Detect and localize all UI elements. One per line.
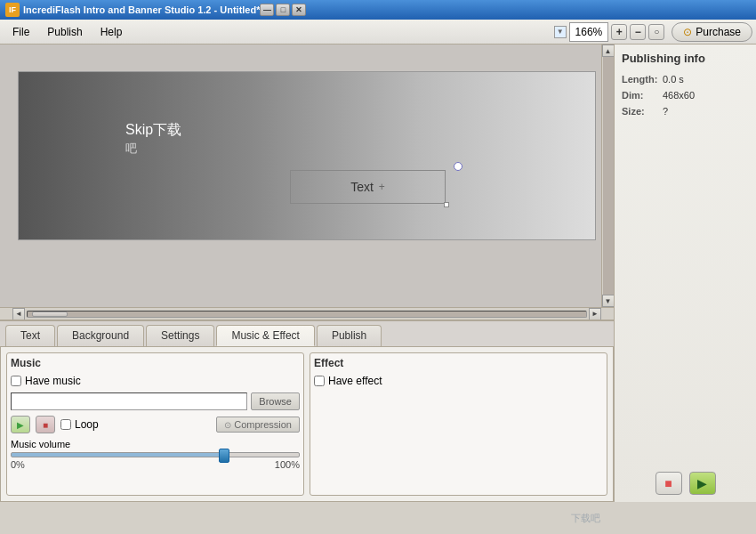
zoom-down-button[interactable]: − — [630, 24, 646, 40]
resize-handle[interactable] — [444, 202, 449, 207]
canvas-scroll: Skip下载 吧 Text + — [0, 44, 601, 307]
purchase-button[interactable]: ⊙ Purchase — [672, 22, 752, 42]
volume-slider-row[interactable] — [11, 452, 300, 457]
compression-button[interactable]: ⊙ Compression — [216, 417, 300, 433]
h-scroll-thumb[interactable] — [32, 312, 68, 317]
canvas-with-scrollbar: Skip下载 吧 Text + ▲ ▼ — [0, 44, 614, 307]
rotate-handle[interactable] — [454, 162, 462, 171]
stop-music-button[interactable]: ■ — [36, 416, 55, 433]
have-effect-row: Have effect — [314, 375, 603, 387]
preview-stop-button[interactable]: ■ — [655, 472, 682, 495]
menu-file[interactable]: File — [4, 22, 38, 42]
tab-background[interactable]: Background — [57, 325, 144, 346]
text-box-label: Text — [350, 180, 374, 194]
horizontal-scrollbar: ◄ ► — [0, 307, 614, 320]
volume-min-label: 0% — [11, 459, 25, 470]
app-icon: IF — [5, 3, 20, 17]
skip-text: Skip下载 吧 — [125, 121, 181, 157]
window-controls: — □ ✕ — [260, 4, 306, 16]
h-scroll-track[interactable] — [27, 311, 587, 318]
zoom-reset-button[interactable]: ○ — [648, 24, 664, 40]
play-icon: ▶ — [697, 476, 707, 490]
volume-label: Music volume — [11, 439, 300, 449]
loop-row: Loop — [60, 418, 99, 431]
zoom-up-button[interactable]: + — [611, 24, 627, 40]
title-bar: IF IncrediFlash Intro and Banner Studio … — [0, 0, 756, 20]
menu-help[interactable]: Help — [92, 22, 132, 42]
canvas-text-box[interactable]: Text + — [290, 170, 446, 204]
tab-text[interactable]: Text — [5, 325, 55, 346]
length-row: Length: 0.0 s — [622, 74, 749, 85]
dim-row: Dim: 468x60 — [622, 90, 749, 101]
loop-label: Loop — [75, 418, 99, 431]
right-panel: Publishing info Length: 0.0 s Dim: 468x6… — [614, 44, 756, 502]
tab-publish[interactable]: Publish — [317, 325, 382, 346]
dim-label: Dim: — [622, 90, 659, 101]
publishing-info-title: Publishing info — [622, 52, 749, 65]
have-music-checkbox[interactable] — [11, 376, 21, 386]
stop-icon: ■ — [664, 476, 672, 490]
tab-content: Music Have music Browse ▶ ■ — [0, 346, 614, 502]
scroll-left-button[interactable]: ◄ — [12, 308, 25, 320]
minimize-button[interactable]: — — [260, 4, 274, 16]
purchase-label: Purchase — [696, 26, 741, 38]
watermark: 下载吧 — [571, 512, 600, 525]
music-panel: Music Have music Browse ▶ ■ — [6, 352, 304, 496]
effect-panel: Effect Have effect — [310, 352, 607, 496]
maximize-button[interactable]: □ — [276, 4, 290, 16]
scroll-up-button[interactable]: ▲ — [602, 44, 615, 57]
scroll-track[interactable] — [603, 57, 614, 295]
tab-settings[interactable]: Settings — [146, 325, 214, 346]
volume-max-label: 100% — [275, 459, 300, 470]
length-label: Length: — [622, 74, 659, 85]
preview-play-button[interactable]: ▶ — [689, 472, 716, 495]
size-value: ? — [663, 106, 668, 117]
canvas-stage: Skip下载 吧 Text + — [18, 71, 596, 240]
preview-controls: ■ ▶ — [622, 465, 749, 495]
close-button[interactable]: ✕ — [292, 4, 306, 16]
playback-row: ▶ ■ Loop ⊙ Compression — [11, 416, 300, 433]
scroll-down-button[interactable]: ▼ — [602, 295, 615, 307]
have-music-label: Have music — [25, 375, 81, 387]
music-file-input[interactable] — [11, 392, 247, 410]
have-effect-label: Have effect — [328, 375, 382, 387]
menu-bar: File Publish Help ▼ 166% + − ○ ⊙ Purchas… — [0, 20, 756, 44]
window-title: IncrediFlash Intro and Banner Studio 1.2… — [23, 4, 260, 15]
music-file-row: Browse — [11, 392, 300, 410]
vertical-scrollbar: ▲ ▼ — [601, 44, 614, 307]
effect-panel-title: Effect — [314, 357, 603, 369]
loop-checkbox[interactable] — [60, 419, 71, 430]
menu-publish[interactable]: Publish — [38, 22, 91, 42]
have-effect-checkbox[interactable] — [314, 376, 325, 386]
zoom-value-display: 166% — [569, 22, 609, 42]
volume-thumb[interactable] — [219, 449, 229, 463]
tabs-bar: Text Background Settings Music & Effect … — [0, 321, 614, 346]
browse-button[interactable]: Browse — [251, 392, 300, 410]
zoom-value: 166% — [575, 26, 603, 38]
have-music-row: Have music — [11, 375, 300, 387]
scroll-right-button[interactable]: ► — [589, 308, 601, 320]
crosshair-icon: + — [379, 181, 385, 193]
volume-slider[interactable] — [11, 452, 300, 457]
length-value: 0.0 s — [663, 74, 684, 85]
volume-percent-row: 0% 100% — [11, 459, 300, 470]
size-label: Size: — [622, 106, 659, 117]
size-row: Size: ? — [622, 106, 749, 117]
dim-value: 468x60 — [663, 90, 695, 101]
main-area: Skip下载 吧 Text + ▲ ▼ — [0, 44, 756, 502]
zoom-dropdown-arrow[interactable]: ▼ — [554, 26, 567, 38]
canvas-area: Skip下载 吧 Text + ▲ ▼ — [0, 44, 614, 502]
tab-music-effect[interactable]: Music & Effect — [216, 325, 314, 346]
music-panel-title: Music — [11, 357, 300, 369]
zoom-control: ▼ 166% + − ○ — [554, 22, 665, 42]
bottom-tabs-area: Text Background Settings Music & Effect … — [0, 320, 614, 502]
play-music-button[interactable]: ▶ — [11, 416, 30, 433]
